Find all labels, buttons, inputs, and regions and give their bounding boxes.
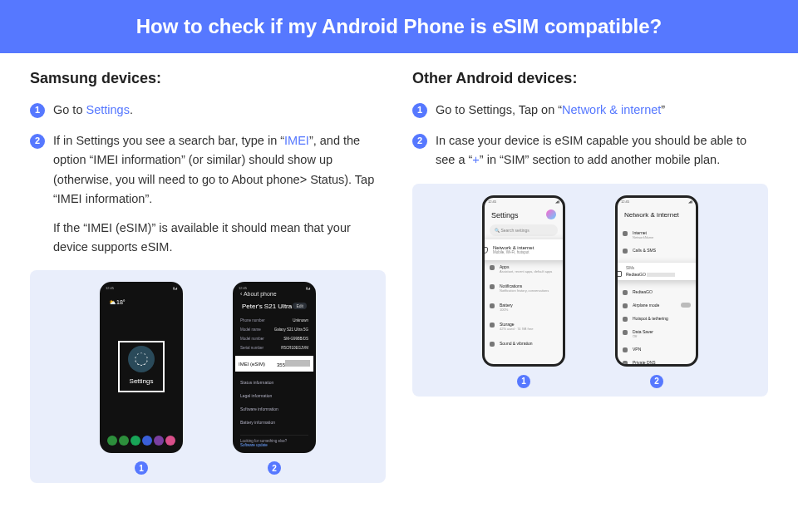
other-steps: 1Go to Settings, Tap on “Network & inter…: [412, 101, 768, 170]
app-dock: [107, 436, 175, 446]
content-columns: Samsung devices: 1Go to Settings.2If in …: [0, 53, 798, 483]
other-phone-2-wrap: 12:45◢▮ Network & internet InternetNetwo…: [615, 195, 698, 388]
device-info-rows: Phone numberUnknownModel nameGalaxy S21 …: [240, 316, 308, 352]
network-internet-popup: Network & internet Mobile, Wi-Fi, hotspo…: [482, 239, 565, 260]
step-text: Go to Settings.: [53, 101, 386, 120]
network-list: InternetNetworkNameCalls & SMSRedteaGOAi…: [623, 226, 691, 367]
caption-badge: 2: [650, 375, 663, 388]
device-name: Peter's S21 Ultra: [242, 303, 292, 310]
masked-value: [285, 360, 310, 367]
caption-badge: 2: [268, 461, 281, 475]
other-gallery: 12:45◢▮ Settings 🔍 Search settings Netwo…: [412, 184, 768, 397]
samsung-phone-1-wrap: 12:45▮◢ ⛅18° Settings 1: [100, 282, 183, 475]
network-item: Airplane mode: [623, 298, 691, 312]
about-item: Status information: [240, 376, 308, 389]
settings-item: Battery100%: [490, 298, 558, 317]
page-header: How to check if my Android Phone is eSIM…: [0, 0, 798, 53]
dock-app-icon: [131, 436, 140, 446]
other-phone-settings: 12:45◢▮ Settings 🔍 Search settings Netwo…: [482, 195, 565, 367]
info-row: Model numberSM-G998B/DS: [240, 334, 308, 343]
samsung-steps: 1Go to Settings.2If in Settings you see …: [30, 101, 386, 257]
settings-item: AppsAssistant, recent apps, default apps: [490, 259, 558, 278]
highlight-term: Settings: [86, 103, 130, 116]
step-text: If in Settings you see a search bar, typ…: [53, 131, 386, 257]
page-title: How to check if my Android Phone is eSIM…: [136, 15, 663, 37]
toggle-icon: [681, 303, 691, 308]
other-phones: 12:45◢▮ Settings 🔍 Search settings Netwo…: [427, 195, 753, 388]
samsung-phone-about: 12:45▮◢ ‹ About phone Peter's S21 Ultra …: [233, 282, 316, 453]
imei-label: IMEI (eSIM): [239, 362, 265, 367]
step-number-badge: 2: [412, 134, 427, 149]
network-item: Private DNS: [623, 356, 691, 367]
network-item: Data SaverOff: [623, 325, 691, 342]
dock-app-icon: [107, 436, 117, 446]
gear-icon: [128, 346, 155, 372]
imei-esim-row: IMEI (eSIM) 355: [233, 356, 316, 372]
about-lower-list: Status informationLegal informationSoftw…: [240, 376, 308, 429]
settings-list: AppsAssistant, recent apps, default apps…: [490, 259, 558, 351]
about-phone-back: ‹ About phone: [240, 291, 277, 297]
step-number-badge: 2: [30, 134, 45, 149]
dock-app-icon: [165, 436, 175, 446]
network-title: Network & internet: [624, 211, 679, 219]
step-number-badge: 1: [30, 103, 45, 118]
about-footer: Looking for something else? Software upd…: [240, 435, 308, 447]
sim-name: RedteaGO: [626, 272, 646, 277]
about-item: Legal information: [240, 389, 308, 402]
dock-app-icon: [154, 436, 164, 446]
samsung-phones: 12:45▮◢ ⛅18° Settings 1 12:45▮◢ ‹ About …: [45, 282, 371, 475]
status-bar: 12:45▮◢: [239, 286, 310, 290]
network-item: Hotspot & tethering: [623, 312, 691, 325]
settings-item: NotificationsNotification history, conve…: [490, 278, 558, 298]
network-item: VPN: [623, 342, 691, 356]
settings-label: Settings: [102, 377, 180, 385]
edit-button: Edit: [293, 303, 307, 309]
settings-title: Settings: [491, 211, 519, 219]
dock-app-icon: [142, 436, 152, 446]
other-phone-network: 12:45◢▮ Network & internet InternetNetwo…: [615, 195, 698, 367]
step-text: Go to Settings, Tap on “Network & intern…: [436, 101, 768, 120]
samsung-heading: Samsung devices:: [30, 70, 386, 87]
samsung-gallery: 12:45▮◢ ⛅18° Settings 1 12:45▮◢ ‹ About …: [30, 270, 386, 483]
caption-badge: 1: [135, 461, 148, 475]
highlight-term: IMEI: [284, 134, 309, 147]
popup-subtitle: Mobile, Wi-Fi, hotspot: [493, 250, 565, 254]
sims-head: SIMs: [626, 266, 698, 270]
network-item: RedteaGO: [623, 285, 691, 298]
other-heading: Other Android devices:: [412, 70, 768, 87]
about-item: Software information: [240, 402, 308, 416]
about-item: Battery information: [240, 416, 308, 429]
settings-item: Sound & vibration: [490, 336, 558, 351]
step: 1Go to Settings.: [30, 101, 386, 120]
info-row: Phone numberUnknown: [240, 316, 308, 325]
step: 1Go to Settings, Tap on “Network & inter…: [412, 101, 768, 120]
status-bar: 12:45▮◢: [106, 286, 177, 290]
samsung-phone-2-wrap: 12:45▮◢ ‹ About phone Peter's S21 Ultra …: [233, 282, 316, 475]
weather-widget: ⛅18°: [109, 299, 126, 306]
step-text: In case your device is eSIM capable you …: [436, 131, 768, 170]
other-column: Other Android devices: 1Go to Settings, …: [412, 70, 768, 483]
status-bar: 12:45◢▮: [488, 200, 559, 204]
info-row: Serial numberR5CR10EGJVM: [240, 343, 308, 352]
info-row: Model nameGalaxy S21 Ultra 5G: [240, 325, 308, 334]
highlight-term: Network & internet: [562, 103, 661, 116]
step-number-badge: 1: [412, 103, 427, 118]
network-item: InternetNetworkName: [623, 226, 691, 244]
search-settings: 🔍 Search settings: [490, 224, 558, 236]
highlight-term: +: [472, 153, 479, 166]
imei-value: 355: [277, 360, 310, 367]
settings-item: Storage42% used · 74 GB free: [490, 317, 558, 336]
profile-avatar: [546, 209, 556, 219]
masked-value: [647, 273, 675, 277]
status-bar: 12:45◢▮: [621, 200, 692, 204]
caption-badge: 1: [517, 375, 530, 388]
footer-link: Software update: [240, 443, 308, 447]
samsung-column: Samsung devices: 1Go to Settings.2If in …: [30, 70, 386, 483]
other-phone-1-wrap: 12:45◢▮ Settings 🔍 Search settings Netwo…: [482, 195, 565, 388]
sims-popup: SIMs RedteaGO +: [615, 263, 698, 280]
dock-app-icon: [119, 436, 129, 446]
network-item: Calls & SMS: [623, 244, 691, 257]
step: 2If in Settings you see a search bar, ty…: [30, 131, 386, 257]
samsung-phone-home: 12:45▮◢ ⛅18° Settings: [100, 282, 183, 453]
step: 2In case your device is eSIM capable you…: [412, 131, 768, 170]
